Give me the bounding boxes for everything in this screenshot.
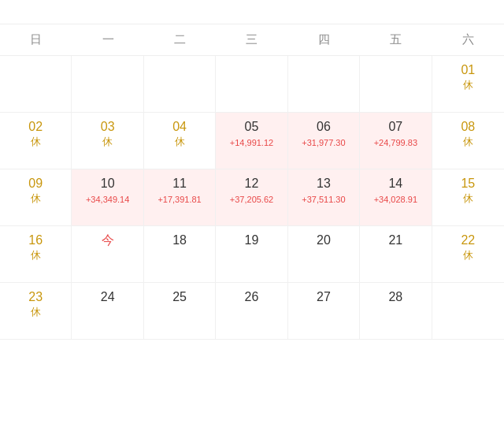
day-rest-label: 休 — [463, 192, 473, 206]
day-rest-label: 休 — [31, 136, 41, 149]
day-rest-label: 休 — [102, 136, 113, 149]
weekday-cell: 五 — [360, 24, 432, 55]
day-cell[interactable]: 21 — [360, 226, 432, 283]
day-number: 19 — [245, 233, 259, 249]
day-number: 25 — [172, 289, 187, 306]
day-cell[interactable]: 12+37,205.62 — [216, 169, 287, 226]
day-number: 12 — [245, 176, 259, 192]
day-amount: +34,349.14 — [86, 194, 129, 206]
day-cell[interactable]: 20 — [288, 226, 360, 283]
day-number: 06 — [317, 119, 331, 136]
day-rest-label: 休 — [463, 249, 473, 262]
day-number: 28 — [388, 289, 402, 306]
day-rest-label: 休 — [31, 249, 41, 262]
day-cell[interactable]: 06+31,977.30 — [288, 113, 360, 169]
day-rest-label: 休 — [31, 306, 41, 319]
day-cell[interactable]: 26 — [216, 283, 287, 340]
day-number: 20 — [317, 233, 331, 249]
weekday-cell: 二 — [144, 24, 216, 55]
day-rest-label: 休 — [175, 136, 185, 149]
day-cell[interactable]: 19 — [216, 226, 287, 283]
day-amount: +34,028.91 — [374, 194, 417, 206]
day-number: 27 — [317, 289, 331, 306]
day-cell[interactable]: 16休 — [0, 226, 72, 283]
day-amount: +37,205.62 — [230, 194, 273, 206]
day-cell — [0, 56, 72, 113]
day-amount: +17,391.81 — [158, 194, 201, 206]
day-cell[interactable]: 04休 — [144, 113, 216, 169]
day-amount: +14,991.12 — [230, 137, 273, 149]
day-cell — [216, 56, 287, 113]
day-number: 04 — [172, 119, 187, 136]
day-cell[interactable]: 22休 — [432, 226, 504, 283]
day-cell[interactable]: 今 — [72, 226, 143, 283]
day-cell — [288, 56, 360, 113]
weekday-cell: 一 — [72, 24, 143, 55]
day-number: 02 — [28, 119, 43, 136]
day-amount: +31,977.30 — [302, 137, 345, 149]
day-cell[interactable]: 28 — [360, 283, 432, 340]
day-cell[interactable]: 05+14,991.12 — [216, 113, 287, 169]
day-cell[interactable]: 18 — [144, 226, 216, 283]
day-cell[interactable]: 01休 — [432, 56, 504, 113]
day-cell — [432, 283, 504, 340]
day-cell[interactable]: 03休 — [72, 113, 143, 169]
day-rest-label: 休 — [463, 79, 473, 92]
day-number: 15 — [461, 176, 475, 192]
day-cell[interactable]: 24 — [72, 283, 143, 340]
day-number: 03 — [101, 119, 115, 136]
day-cell[interactable]: 14+34,028.91 — [360, 169, 432, 226]
day-cell[interactable]: 23休 — [0, 283, 72, 340]
weekday-cell: 三 — [216, 24, 287, 55]
day-number: 23 — [28, 289, 43, 306]
day-cell — [360, 56, 432, 113]
day-number: 07 — [388, 119, 402, 136]
day-cell[interactable]: 02休 — [0, 113, 72, 169]
days-grid: 01休02休03休04休05+14,991.1206+31,977.3007+2… — [0, 56, 504, 340]
day-cell[interactable]: 25 — [144, 283, 216, 340]
day-number: 01 — [461, 62, 475, 79]
day-rest-label: 休 — [463, 136, 473, 149]
day-cell[interactable]: 10+34,349.14 — [72, 169, 143, 226]
day-cell[interactable]: 11+17,391.81 — [144, 169, 216, 226]
day-amount: +24,799.83 — [374, 137, 417, 149]
day-cell[interactable]: 08休 — [432, 113, 504, 169]
day-number: 18 — [172, 233, 187, 249]
day-number: 11 — [172, 176, 187, 192]
day-number: 09 — [28, 176, 43, 192]
day-cell[interactable]: 15休 — [432, 169, 504, 226]
day-cell[interactable]: 13+37,511.30 — [288, 169, 360, 226]
day-rest-label: 休 — [31, 192, 41, 206]
day-cell[interactable]: 07+24,799.83 — [360, 113, 432, 169]
day-number: 24 — [101, 289, 115, 306]
day-number: 14 — [388, 176, 402, 192]
day-number: 21 — [388, 233, 402, 249]
day-amount: +37,511.30 — [302, 194, 345, 206]
day-cell — [72, 56, 143, 113]
weekday-cell: 六 — [432, 24, 504, 55]
day-cell[interactable]: 09休 — [0, 169, 72, 226]
weekday-row: 日一二三四五六 — [0, 24, 504, 56]
header — [0, 0, 504, 24]
day-number: 今 — [102, 233, 114, 249]
day-number: 22 — [461, 233, 475, 249]
day-cell[interactable]: 27 — [288, 283, 360, 340]
day-cell — [144, 56, 216, 113]
day-number: 16 — [28, 233, 43, 249]
calendar: 日一二三四五六 01休02休03休04休05+14,991.1206+31,97… — [0, 24, 504, 340]
day-number: 26 — [245, 289, 259, 306]
day-number: 13 — [317, 176, 331, 192]
day-number: 10 — [101, 176, 115, 192]
day-number: 05 — [245, 119, 259, 136]
weekday-cell: 日 — [0, 24, 72, 55]
day-number: 08 — [461, 119, 475, 136]
weekday-cell: 四 — [288, 24, 360, 55]
